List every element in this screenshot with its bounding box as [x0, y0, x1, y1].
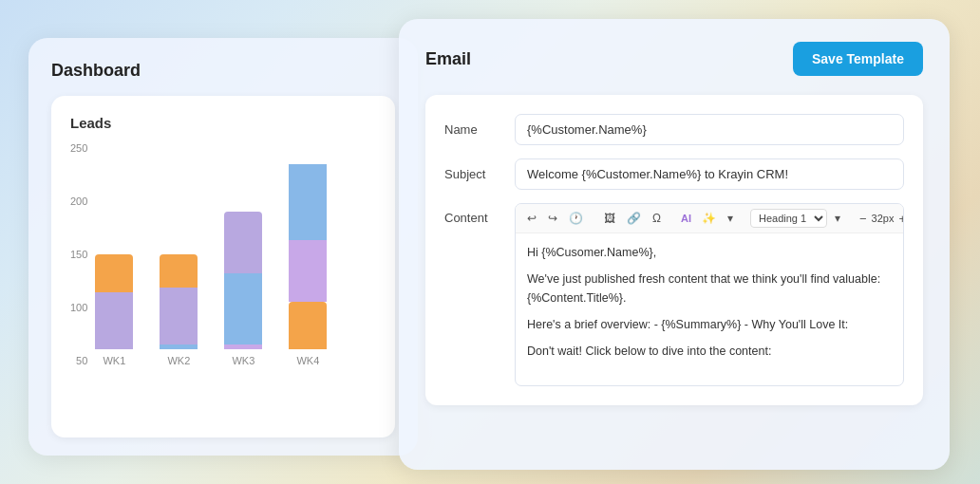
editor-content[interactable]: Hi {%Cusomer.Name%}, We've just publishe…: [516, 233, 903, 385]
bar-segment: [289, 164, 327, 240]
special-char-button[interactable]: Ω: [649, 209, 665, 228]
y-label-200: 200: [70, 195, 87, 207]
dashboard-panel: Dashboard Leads 250 200 150 100 50 WK1: [28, 38, 418, 456]
editor-paragraph-1: Hi {%Cusomer.Name%},: [527, 243, 892, 262]
editor-paragraph-2: We've just published fresh content that …: [527, 270, 892, 307]
bar-segment: [160, 254, 198, 288]
y-axis: 250 200 150 100 50: [70, 142, 87, 389]
bar-group-wk3: WK3: [224, 212, 262, 366]
editor-toolbar: ↩ ↪ 🕐 🖼 🔗 Ω AI ✨ ▾: [516, 204, 903, 233]
bar-segment: [95, 292, 133, 349]
editor-paragraph-4: Don't wait! Click below to dive into the…: [527, 342, 892, 361]
bar-stack-wk2: [160, 254, 198, 349]
email-panel: Email Save Template Name Subject Content…: [399, 19, 950, 470]
name-input[interactable]: [515, 114, 904, 145]
name-label: Name: [444, 122, 501, 137]
link-button[interactable]: 🔗: [623, 209, 645, 228]
subject-input[interactable]: [515, 158, 904, 190]
bar-segment: [160, 344, 198, 349]
y-label-250: 250: [70, 142, 87, 154]
bar-segment: [289, 240, 327, 302]
font-size-value: 32px: [872, 213, 895, 224]
bar-group-wk4: WK4: [289, 164, 327, 366]
bar-segment: [224, 273, 262, 344]
bars-container: WK1 WK2: [95, 142, 376, 389]
heading-select[interactable]: Heading 1: [750, 209, 827, 228]
chart-area: 250 200 150 100 50 WK1: [70, 142, 376, 389]
bar-label-wk2: WK2: [167, 355, 190, 366]
y-label-50: 50: [70, 355, 87, 366]
history-button[interactable]: 🕐: [565, 209, 587, 228]
editor-container: ↩ ↪ 🕐 🖼 🔗 Ω AI ✨ ▾: [515, 203, 904, 386]
chevron-down-button[interactable]: ▾: [724, 209, 737, 228]
font-size-control: − 32px +: [858, 212, 904, 226]
editor-paragraph-3: Here's a brief overview: - {%Summary%} -…: [527, 315, 892, 334]
bar-group-wk1: WK1: [95, 254, 133, 366]
heading-chevron-button[interactable]: ▾: [831, 209, 844, 228]
content-label: Content: [444, 203, 501, 225]
save-template-button[interactable]: Save Template: [793, 42, 923, 76]
redo-button[interactable]: ↪: [544, 209, 561, 228]
chart-title: Leads: [70, 115, 376, 131]
email-header: Email Save Template: [425, 42, 923, 76]
bar-stack-wk3: [224, 212, 262, 349]
bar-group-wk2: WK2: [160, 254, 198, 366]
name-row: Name: [444, 114, 904, 145]
bar-stack-wk1: [95, 254, 133, 349]
undo-button[interactable]: ↩: [523, 209, 540, 228]
chart-card: Leads 250 200 150 100 50 WK1: [51, 96, 395, 437]
bar-stack-wk4: [289, 164, 327, 349]
y-label-150: 150: [70, 249, 87, 260]
image-button[interactable]: 🖼: [600, 209, 619, 228]
content-row: Content ↩ ↪ 🕐 🖼 🔗 Ω: [444, 203, 904, 386]
bar-label-wk3: WK3: [232, 355, 254, 366]
subject-label: Subject: [444, 167, 501, 181]
dashboard-title: Dashboard: [51, 61, 395, 81]
bar-label-wk1: WK1: [103, 355, 125, 366]
subject-row: Subject: [444, 158, 904, 190]
ai-button[interactable]: AI: [678, 211, 694, 226]
bar-segment: [289, 302, 327, 349]
bar-label-wk4: WK4: [296, 355, 319, 366]
magic-wand-button[interactable]: ✨: [698, 209, 720, 228]
email-form: Name Subject Content ↩ ↪ 🕐: [425, 95, 923, 405]
bar-segment: [95, 254, 133, 292]
bar-segment: [224, 344, 262, 349]
bar-segment: [160, 288, 198, 344]
y-label-100: 100: [70, 302, 87, 313]
font-size-decrease-button[interactable]: −: [858, 212, 869, 226]
email-title: Email: [425, 49, 471, 69]
font-size-increase-button[interactable]: +: [896, 212, 904, 226]
bar-segment: [224, 212, 262, 273]
